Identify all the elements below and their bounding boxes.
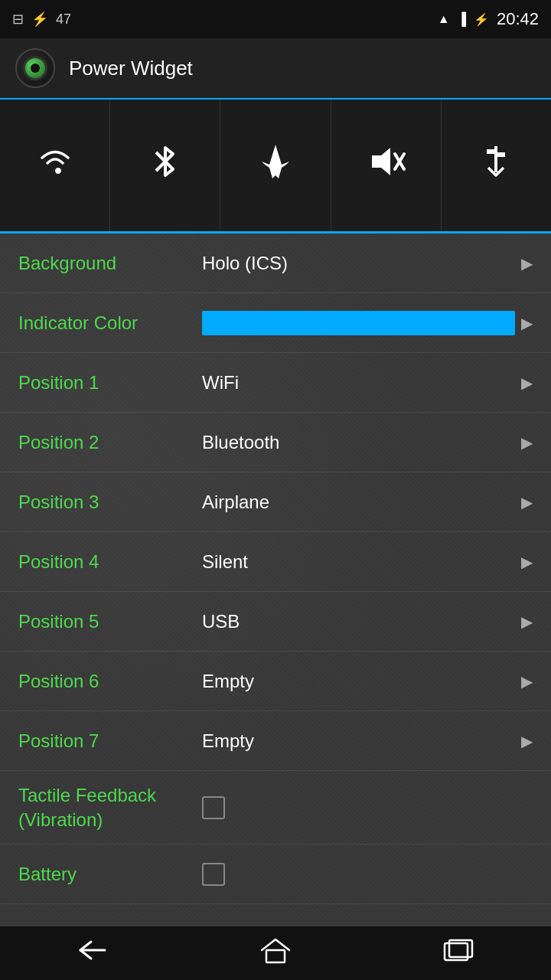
position6-arrow: ▶	[521, 672, 533, 691]
indicator-color-arrow: ▶	[521, 314, 533, 332]
status-right: ▲ ▐ ⚡ 20:42	[438, 9, 539, 29]
position4-value: Silent	[202, 551, 515, 573]
battery-label: Battery	[18, 862, 202, 886]
position1-row[interactable]: Position 1 WiFi ▶	[0, 353, 551, 413]
position2-row[interactable]: Position 2 Bluetooth ▶	[0, 413, 551, 472]
widget-wifi[interactable]	[0, 100, 110, 231]
cell-signal-icon: ▐	[458, 12, 466, 26]
position4-row[interactable]: Position 4 Silent ▶	[0, 532, 551, 592]
position5-row[interactable]: Position 5 USB ▶	[0, 592, 551, 652]
bluetooth-icon	[150, 142, 181, 190]
tactile-label: Tactile Feedback (Vibration)	[18, 783, 202, 831]
position4-arrow: ▶	[521, 553, 533, 571]
home-button[interactable]	[237, 929, 314, 978]
status-icons-left: ⊟ ⚡ 47	[12, 0, 71, 38]
widget-usb[interactable]	[442, 100, 551, 231]
battery-checkbox[interactable]	[202, 863, 225, 886]
svg-rect-4	[487, 149, 494, 154]
tactile-row[interactable]: Tactile Feedback (Vibration)	[0, 771, 551, 844]
svg-rect-7	[266, 950, 285, 962]
nav-bar	[0, 926, 551, 980]
app-logo-inner	[23, 56, 47, 80]
back-button[interactable]	[53, 931, 132, 975]
indicator-color-row[interactable]: Indicator Color ▶	[0, 293, 551, 353]
wifi-icon	[35, 142, 75, 190]
position5-label: Position 5	[18, 609, 202, 633]
position2-arrow: ▶	[521, 433, 533, 452]
position1-label: Position 1	[18, 371, 202, 394]
background-arrow: ▶	[521, 254, 533, 273]
android-icon: ⊟	[12, 11, 24, 28]
position1-arrow: ▶	[521, 374, 533, 392]
battery-row[interactable]: Battery	[0, 844, 551, 904]
position5-value: USB	[202, 611, 515, 632]
app-header: Power Widget	[0, 38, 551, 100]
widget-bar	[0, 100, 551, 234]
background-value: Holo (ICS)	[202, 253, 515, 274]
position6-label: Position 6	[18, 669, 202, 693]
tactile-checkbox[interactable]	[202, 796, 225, 819]
battery-percent: 47	[56, 11, 71, 28]
status-bar: ⊟ ⚡ 47 ▲ ▐ ⚡ 20:42	[0, 0, 551, 38]
mute-icon	[366, 142, 406, 190]
airplane-icon	[256, 142, 295, 190]
svg-rect-5	[497, 152, 505, 157]
widget-bluetooth[interactable]	[110, 100, 220, 231]
indicator-color-bar[interactable]	[202, 311, 515, 335]
position3-row[interactable]: Position 3 Airplane ▶	[0, 472, 551, 532]
position1-value: WiFi	[202, 372, 515, 394]
widget-mute[interactable]	[331, 100, 442, 231]
position3-label: Position 3	[18, 490, 202, 514]
position2-value: Bluetooth	[202, 432, 515, 453]
svg-marker-0	[372, 148, 390, 175]
status-time: 20:42	[497, 9, 539, 29]
position4-label: Position 4	[18, 550, 202, 573]
usb-icon	[481, 142, 511, 190]
position7-arrow: ▶	[521, 732, 533, 750]
position2-label: Position 2	[18, 430, 202, 454]
indicator-color-label: Indicator Color	[18, 311, 202, 335]
background-row[interactable]: Background Holo (ICS) ▶	[0, 234, 551, 293]
usb-status-icon: ⚡	[31, 11, 48, 28]
widget-airplane[interactable]	[220, 100, 331, 231]
wifi-signal-icon: ▲	[438, 12, 450, 26]
position6-row[interactable]: Position 6 Empty ▶	[0, 652, 551, 711]
position3-arrow: ▶	[521, 493, 533, 511]
position7-label: Position 7	[18, 729, 202, 753]
position7-value: Empty	[202, 730, 515, 752]
position6-value: Empty	[202, 671, 515, 692]
position3-value: Airplane	[202, 492, 515, 513]
battery-icon: ⚡	[474, 12, 489, 27]
background-label: Background	[18, 251, 202, 275]
settings-area: Background Holo (ICS) ▶ Indicator Color …	[0, 234, 551, 926]
app-logo	[15, 48, 55, 88]
position5-arrow: ▶	[521, 612, 533, 631]
app-title: Power Widget	[69, 57, 193, 80]
position7-row[interactable]: Position 7 Empty ▶	[0, 711, 551, 771]
recents-button[interactable]	[419, 929, 498, 977]
